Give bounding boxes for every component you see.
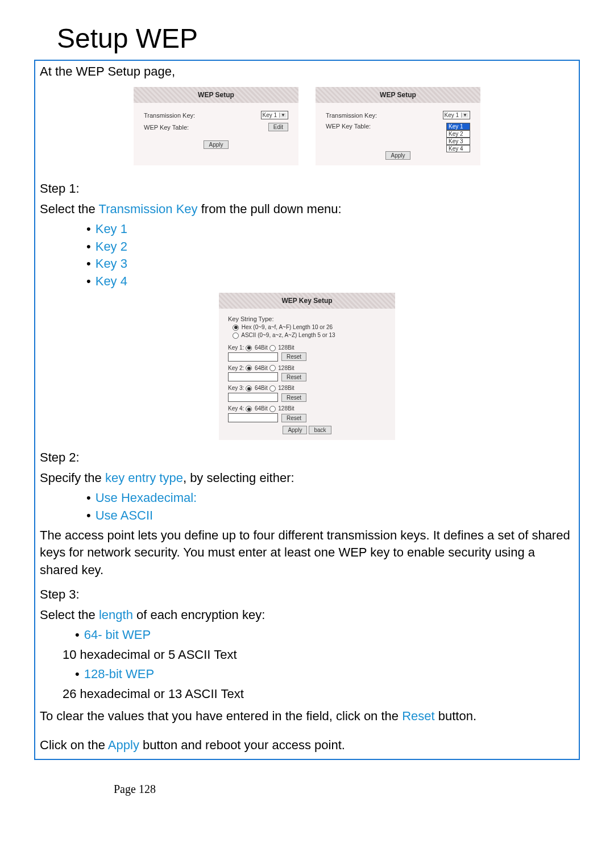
key-option-3[interactable]: Key 3	[446, 138, 470, 145]
step-2-text: Specify the key entry type, by selecting…	[35, 467, 579, 489]
wep-key-table-label: WEP Key Table:	[326, 123, 446, 130]
bullet-icon: •	[86, 255, 91, 273]
bullet-icon: •	[86, 273, 91, 290]
reset-button[interactable]: Reset	[281, 352, 306, 361]
apply-instruction: Click on the Apply button and reboot you…	[35, 728, 579, 759]
bullet-icon: •	[86, 221, 91, 238]
radio-64bit[interactable]	[246, 365, 252, 371]
step-2-paragraph: The access point lets you define up to f…	[35, 525, 579, 582]
step-1-text: Select the Transmission Key from the pul…	[35, 198, 579, 221]
panel-title: WEP Setup	[316, 87, 480, 103]
key-dropdown-options[interactable]: Key 1 Key 2 Key 3 Key 4	[446, 123, 470, 152]
use-hex-bullet: Use Hexadecimal:	[96, 489, 197, 507]
key-4-label: Key 4:	[228, 405, 244, 412]
bullet-icon: •	[86, 238, 91, 256]
hex-option: Hex (0~9, a~f, A~F) Length 10 or 26	[242, 324, 333, 330]
transmission-key-select[interactable]: Key 1 ▼	[443, 111, 471, 119]
step-1-label: Step 1:	[35, 176, 579, 198]
key-4-bullet: Key 4	[96, 273, 127, 290]
bullet-icon: •	[86, 489, 91, 507]
bullet-icon: •	[75, 626, 80, 644]
radio-128bit[interactable]	[269, 345, 276, 351]
key-4-input[interactable]	[228, 413, 278, 422]
apply-button[interactable]: Apply	[204, 140, 228, 149]
64bit-description: 10 hexadecimal or 5 ASCII Text	[58, 644, 579, 666]
radio-128bit[interactable]	[269, 385, 276, 392]
64bit-wep-bullet: 64- bit WEP	[84, 626, 151, 644]
wep-key-setup-panel: WEP Key Setup Key String Type: Hex (0~9,…	[219, 293, 395, 440]
reset-highlight: Reset	[402, 709, 434, 723]
step-3-label: Step 3:	[35, 582, 579, 604]
key-option-1[interactable]: Key 1	[446, 123, 470, 130]
key-3-bullet: Key 3	[96, 255, 127, 273]
ascii-option: ASCII (0~9, a~z, A~Z) Length 5 or 13	[241, 332, 335, 338]
apply-button[interactable]: Apply	[385, 151, 410, 160]
transmission-key-highlight: Transmission Key	[99, 202, 198, 216]
intro-text: At the WEP Setup page,	[35, 61, 579, 82]
reset-button[interactable]: Reset	[281, 373, 306, 381]
128bit-description: 26 hexadecimal or 13 ASCII Text	[58, 683, 579, 705]
edit-button[interactable]: Edit	[268, 123, 288, 131]
length-highlight: length	[99, 608, 133, 622]
reset-button[interactable]: Reset	[281, 393, 306, 402]
key-1-bullet: Key 1	[96, 221, 127, 238]
content-box: At the WEP Setup page, WEP Setup Transmi…	[34, 60, 580, 760]
key-entry-type-highlight: key entry type	[105, 471, 183, 485]
key-option-2[interactable]: Key 2	[446, 130, 470, 138]
wep-setup-panel-2: WEP Setup Transmission Key: Key 1 ▼ WEP …	[316, 87, 480, 165]
radio-64bit[interactable]	[246, 345, 252, 351]
chevron-down-icon: ▼	[461, 113, 468, 118]
page-title: Setup WEP	[57, 23, 580, 54]
radio-ascii[interactable]	[233, 333, 239, 339]
reset-button[interactable]: Reset	[281, 414, 306, 422]
radio-hex[interactable]	[233, 325, 239, 331]
step-3-text: Select the length of each encryption key…	[35, 604, 579, 626]
key-2-label: Key 2:	[228, 365, 244, 371]
chevron-down-icon: ▼	[279, 113, 287, 118]
apply-highlight: Apply	[108, 738, 139, 752]
step-2-label: Step 2:	[35, 445, 579, 467]
screenshot-row: WEP Setup Transmission Key: Key 1 ▼ WEP …	[35, 82, 579, 176]
wep-key-table-label: WEP Key Table:	[144, 124, 268, 131]
key-3-input[interactable]	[228, 393, 278, 402]
back-button[interactable]: back	[309, 426, 331, 434]
key-2-bullet: Key 2	[96, 238, 127, 256]
page-number: Page 128	[34, 760, 580, 796]
radio-128bit[interactable]	[269, 365, 276, 371]
key-3-label: Key 3:	[228, 385, 244, 391]
key-1-input[interactable]	[228, 352, 278, 362]
panel-title: WEP Setup	[134, 87, 298, 103]
transmission-key-label: Transmission Key:	[144, 112, 261, 119]
128bit-wep-bullet: 128-bit WEP	[84, 666, 155, 683]
transmission-key-select[interactable]: Key 1 ▼	[261, 111, 289, 119]
panel-title: WEP Key Setup	[219, 293, 395, 309]
radio-128bit[interactable]	[269, 406, 276, 412]
key-1-label: Key 1:	[228, 344, 244, 351]
key-string-type-label: Key String Type:	[228, 315, 386, 322]
key-2-input[interactable]	[228, 372, 278, 381]
wep-setup-panel-1: WEP Setup Transmission Key: Key 1 ▼ WEP …	[134, 87, 298, 165]
radio-64bit[interactable]	[246, 406, 252, 412]
reset-instruction: To clear the values that you have entere…	[35, 705, 579, 728]
bullet-icon: •	[75, 666, 80, 683]
bullet-icon: •	[86, 507, 91, 525]
radio-64bit[interactable]	[246, 385, 252, 392]
key-option-4[interactable]: Key 4	[446, 145, 470, 152]
use-ascii-bullet: Use ASCII	[96, 507, 153, 525]
transmission-key-label: Transmission Key:	[326, 112, 443, 119]
apply-button[interactable]: Apply	[283, 426, 307, 434]
